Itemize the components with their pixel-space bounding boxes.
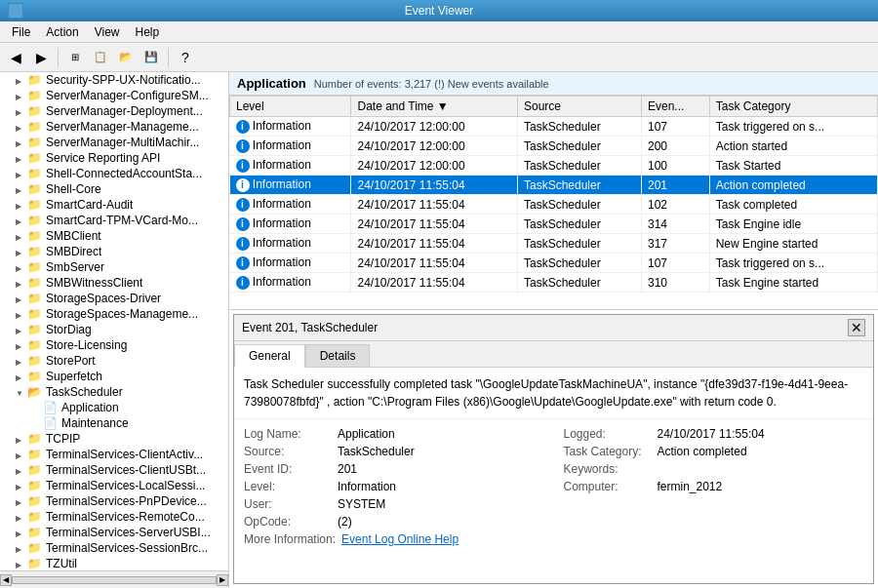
tree-label-tcpip: TCPIP bbox=[46, 432, 80, 446]
tree-arrow-shell-connected bbox=[16, 169, 27, 179]
tree-item-tcpip[interactable]: 📁TCPIP bbox=[0, 431, 228, 447]
folder-icon: 📁 bbox=[27, 557, 43, 570]
open-button[interactable]: 📂 bbox=[114, 46, 138, 69]
tree-item-terminalservices-pnpdevice[interactable]: 📁TerminalServices-PnPDevice... bbox=[0, 493, 228, 509]
field-opcode-label: OpCode: bbox=[244, 515, 332, 529]
event-detail-close-button[interactable]: ✕ bbox=[848, 319, 865, 336]
cell-taskcategory: Task completed bbox=[709, 195, 877, 215]
tree-item-terminalservices-clientactive[interactable]: 📁TerminalServices-ClientActiv... bbox=[0, 447, 228, 462]
tab-general[interactable]: General bbox=[234, 344, 305, 368]
field-user-label: User: bbox=[244, 497, 332, 511]
tree-item-smbdirect[interactable]: 📁SMBDirect bbox=[0, 244, 228, 259]
toolbar: ◀ ▶ ⊞ 📋 📂 💾 ? bbox=[0, 43, 878, 72]
tree-arrow-tzutil bbox=[16, 559, 27, 569]
table-row[interactable]: i Information24/10/2017 12:00:00TaskSche… bbox=[230, 156, 878, 176]
field-taskcategory-label: Task Category: bbox=[564, 445, 652, 458]
tree-item-servermanager-deployment[interactable]: 📁ServerManager-Deployment... bbox=[0, 103, 228, 119]
tree-label-terminalservices-pnpdevice: TerminalServices-PnPDevice... bbox=[46, 494, 207, 508]
table-row[interactable]: i Information24/10/2017 11:55:04TaskSche… bbox=[230, 195, 878, 215]
tree-item-smbserver[interactable]: 📁SmbServer bbox=[0, 259, 228, 275]
table-row[interactable]: i Information24/10/2017 11:55:04TaskSche… bbox=[230, 234, 878, 254]
table-row[interactable]: i Information24/10/2017 11:55:04TaskSche… bbox=[230, 273, 878, 293]
col-level[interactable]: Level bbox=[230, 97, 351, 117]
tree-item-storagespaces-management[interactable]: 📁StorageSpaces-Manageme... bbox=[0, 306, 228, 322]
show-hide-scope-button[interactable]: ⊞ bbox=[63, 46, 87, 69]
tree-item-security-spp[interactable]: 📁Security-SPP-UX-Notificatio... bbox=[0, 72, 228, 88]
cell-eventid: 107 bbox=[641, 254, 709, 273]
table-row[interactable]: i Information24/10/2017 12:00:00TaskSche… bbox=[230, 137, 878, 156]
help-button[interactable]: ? bbox=[174, 46, 197, 69]
back-button[interactable]: ◀ bbox=[4, 46, 27, 69]
tree-arrow-smbserver bbox=[16, 262, 27, 273]
tree-label-stordiag: StorDiag bbox=[46, 323, 92, 336]
col-datetime[interactable]: Date and Time ▼ bbox=[351, 97, 517, 117]
tree-item-maintenance[interactable]: 📄Maintenance bbox=[0, 415, 228, 431]
tree-arrow-smartcard-tpm bbox=[16, 216, 27, 226]
tree-label-superfetch: Superfetch bbox=[46, 370, 102, 383]
tree-item-store-licensing[interactable]: 📁Store-Licensing bbox=[0, 337, 228, 353]
tree-item-terminalservices-serverusb[interactable]: 📁TerminalServices-ServerUSBI... bbox=[0, 525, 228, 540]
tree-item-smartcard-audit[interactable]: 📁SmartCard-Audit bbox=[0, 197, 228, 213]
tree-item-service-reporting-api[interactable]: 📁Service Reporting API bbox=[0, 150, 228, 166]
cell-source: TaskScheduler bbox=[517, 117, 641, 137]
tab-details[interactable]: Details bbox=[305, 344, 371, 367]
table-row[interactable]: i Information24/10/2017 12:00:00TaskSche… bbox=[230, 117, 878, 137]
tree-item-stordiag[interactable]: 📁StorDiag bbox=[0, 322, 228, 337]
col-eventid[interactable]: Even... bbox=[641, 97, 709, 117]
tree-item-servermanager-multimachine[interactable]: 📁ServerManager-MultiMachir... bbox=[0, 135, 228, 150]
tree-item-smbclient[interactable]: 📁SMBClient bbox=[0, 228, 228, 244]
tree-item-storeport[interactable]: 📁StorePort bbox=[0, 353, 228, 369]
tree-item-storagespaces-driver[interactable]: 📁StorageSpaces-Driver bbox=[0, 291, 228, 306]
tree-item-shell-core[interactable]: 📁Shell-Core bbox=[0, 181, 228, 197]
tree-label-servermanager-multimachine: ServerManager-MultiMachir... bbox=[46, 136, 199, 149]
main-layout: 📁Security-SPP-UX-Notificatio...📁ServerMa… bbox=[0, 72, 878, 588]
tree-item-taskscheduler[interactable]: 📂TaskScheduler bbox=[0, 384, 228, 400]
folder-icon: 📁 bbox=[27, 245, 43, 258]
table-row[interactable]: i Information24/10/2017 11:55:04TaskSche… bbox=[230, 176, 878, 195]
cell-eventid: 107 bbox=[641, 117, 709, 137]
tree-item-servermanager-management[interactable]: 📁ServerManager-Manageme... bbox=[0, 119, 228, 135]
tree-item-servermanager-configure[interactable]: 📁ServerManager-ConfigureSM... bbox=[0, 88, 228, 103]
col-source[interactable]: Source bbox=[517, 97, 641, 117]
tree-scroll-bar[interactable]: ◀ ▶ bbox=[0, 570, 228, 588]
forward-button[interactable]: ▶ bbox=[29, 46, 53, 69]
cell-eventid: 314 bbox=[641, 215, 709, 234]
scroll-left-btn[interactable]: ◀ bbox=[0, 574, 12, 586]
menu-action[interactable]: Action bbox=[38, 23, 86, 41]
tree-arrow-servermanager-multimachine bbox=[16, 137, 27, 148]
new-log-view-button[interactable]: 📋 bbox=[89, 46, 112, 69]
save-button[interactable]: 💾 bbox=[140, 46, 163, 69]
tree-item-smbwitnessclient[interactable]: 📁SMBWitnessClient bbox=[0, 275, 228, 291]
tree-item-superfetch[interactable]: 📁Superfetch bbox=[0, 369, 228, 384]
field-eventid: Event ID: 201 bbox=[244, 462, 544, 476]
tree-item-application[interactable]: 📄Application bbox=[0, 400, 228, 415]
tree-item-shell-connected[interactable]: 📁Shell-ConnectedAccountSta... bbox=[0, 166, 228, 181]
field-logged-value: 24/10/2017 11:55:04 bbox=[658, 427, 765, 441]
tree-label-servermanager-configure: ServerManager-ConfigureSM... bbox=[46, 89, 209, 102]
tree-item-terminalservices-sessionbrc[interactable]: 📁TerminalServices-SessionBrc... bbox=[0, 540, 228, 556]
field-keywords: Keywords: bbox=[564, 462, 864, 476]
table-row[interactable]: i Information24/10/2017 11:55:04TaskSche… bbox=[230, 254, 878, 273]
col-taskcategory[interactable]: Task Category bbox=[709, 97, 877, 117]
tree-label-servermanager-deployment: ServerManager-Deployment... bbox=[46, 104, 203, 118]
event-description: Task Scheduler successfully completed ta… bbox=[234, 368, 873, 419]
scroll-right-btn[interactable]: ▶ bbox=[217, 574, 228, 586]
tree-item-terminalservices-localsession[interactable]: 📁TerminalServices-LocalSessi... bbox=[0, 478, 228, 493]
tree-label-service-reporting-api: Service Reporting API bbox=[46, 151, 160, 165]
tree-item-smartcard-tpm[interactable]: 📁SmartCard-TPM-VCard-Mo... bbox=[0, 213, 228, 228]
menu-help[interactable]: Help bbox=[128, 23, 168, 41]
info-icon: i bbox=[236, 139, 250, 153]
table-row[interactable]: i Information24/10/2017 11:55:04TaskSche… bbox=[230, 215, 878, 234]
tree-label-servermanager-management: ServerManager-Manageme... bbox=[46, 120, 199, 134]
info-icon: i bbox=[236, 256, 250, 270]
event-table: Level Date and Time ▼ Source Even... Tas… bbox=[229, 96, 878, 293]
menu-file[interactable]: File bbox=[4, 23, 38, 41]
tree-item-terminalservices-clientusb[interactable]: 📁TerminalServices-ClientUSBt... bbox=[0, 462, 228, 478]
toolbar-separator-1 bbox=[58, 48, 59, 67]
tree-item-terminalservices-remoteco[interactable]: 📁TerminalServices-RemoteCo... bbox=[0, 509, 228, 525]
folder-icon: 📁 bbox=[27, 73, 43, 87]
event-log-help-link[interactable]: Event Log Online Help bbox=[341, 532, 459, 546]
menu-view[interactable]: View bbox=[87, 23, 128, 41]
tree-label-terminalservices-localsession: TerminalServices-LocalSessi... bbox=[46, 479, 205, 492]
tree-item-tzutil[interactable]: 📁TZUtil bbox=[0, 556, 228, 571]
